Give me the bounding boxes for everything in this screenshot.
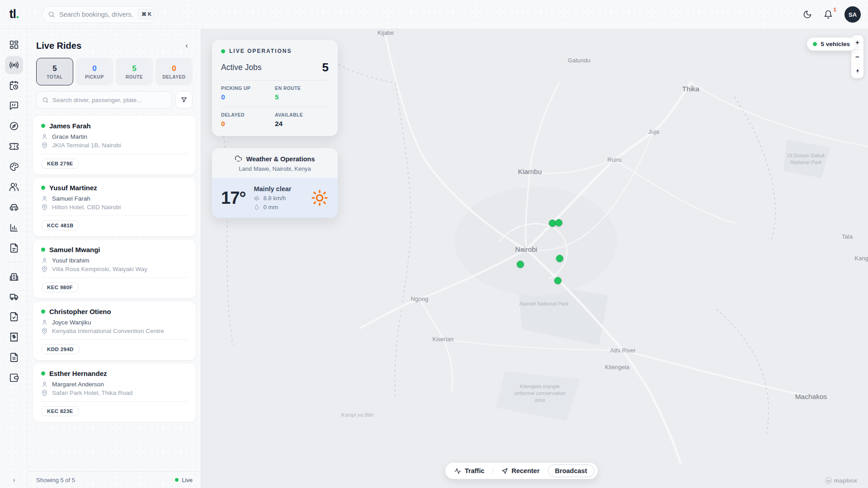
sidebar-item-invoices[interactable] — [5, 328, 23, 346]
sidebar-item-logistics[interactable] — [5, 287, 23, 305]
panel-collapse-button[interactable]: ‹ — [181, 40, 193, 52]
sidebar-item-explore[interactable] — [5, 117, 23, 135]
ride-location: Safari Park Hotel, Thika Road — [52, 389, 132, 396]
ops-stat-value: 24 — [275, 120, 329, 128]
sidebar-item-analytics[interactable] — [5, 219, 23, 237]
sidebar-item-reports[interactable] — [5, 239, 23, 257]
live-dot-icon — [175, 478, 179, 482]
page-title: Live Rides — [36, 41, 81, 51]
live-rides-panel: Live Rides ‹ 5 TOTAL 0 PICKUP 5 ROUTE 0 … — [28, 29, 201, 488]
card-divider — [41, 154, 188, 154]
logo-text: tl — [9, 7, 16, 21]
search-icon — [48, 11, 55, 18]
ops-stat-label: EN ROUTE — [275, 85, 329, 91]
filter-icon — [180, 96, 188, 103]
sidebar-item-payments[interactable] — [5, 369, 23, 387]
wallet-icon — [9, 373, 19, 383]
stat-value: 5 — [52, 64, 57, 73]
ride-search[interactable] — [36, 91, 172, 108]
weather-card: Weather & Operations Land Mawe, Nairobi,… — [212, 148, 338, 218]
map-pin-icon — [41, 266, 48, 272]
live-ops-title: LIVE OPERATIONS — [229, 48, 292, 54]
ops-stat-label: AVAILABLE — [275, 112, 329, 117]
map-pin-icon — [41, 204, 48, 211]
map-pin-icon — [41, 389, 48, 396]
ride-card[interactable]: Esther HernandezMargaret AndersonSafari … — [33, 363, 196, 422]
ride-card[interactable]: Samuel MwangiYusuf IbrahimVilla Rosa Kem… — [33, 239, 196, 299]
person-icon — [41, 133, 48, 140]
ride-list: James FarahGrace MartinJKIA Terminal 1B,… — [28, 108, 201, 422]
sidebar-item-live-rides[interactable] — [5, 56, 23, 74]
sidebar-item-documents[interactable] — [5, 348, 23, 366]
vehicle-marker[interactable] — [554, 277, 561, 284]
vehicle-marker[interactable] — [555, 219, 562, 226]
vehicle-marker[interactable] — [556, 255, 563, 262]
map-canvas[interactable]: KijabeGatunduThikaJujaRuiruKiambuOl Dony… — [201, 29, 868, 488]
stat-tab-route[interactable]: 5 ROUTE — [116, 58, 153, 85]
sidebar-item-messages[interactable] — [5, 97, 23, 115]
sidebar-item-hotels[interactable] — [5, 267, 23, 285]
ride-card[interactable]: Yusuf MartinezSamuel FarahHilton Hotel, … — [33, 177, 196, 237]
stat-label: PICKUP — [85, 75, 104, 80]
palette-icon — [9, 162, 19, 172]
ride-card[interactable]: Christopher OtienoJoyce WanjikuKenyatta … — [33, 301, 196, 361]
topbar-actions: 1 SA — [803, 0, 861, 29]
live-status-badge: Live — [175, 477, 193, 483]
droplet-icon — [254, 204, 260, 211]
rail-expand-button[interactable]: › — [0, 476, 28, 483]
global-search[interactable]: ⌘ K — [42, 6, 158, 23]
ride-search-input[interactable] — [52, 97, 166, 103]
stat-value: 5 — [132, 64, 136, 73]
global-search-input[interactable] — [59, 11, 134, 18]
ride-location: Hilton Hotel, CBD Nairobi — [52, 204, 121, 211]
ops-stat-picking-up: PICKING UP 0 — [221, 80, 275, 107]
vehicle-marker[interactable] — [517, 261, 524, 268]
activity-icon — [454, 468, 461, 474]
bar-chart-icon — [9, 223, 19, 233]
sidebar-item-customers[interactable] — [5, 178, 23, 196]
sidebar-item-tickets[interactable] — [5, 137, 23, 155]
broadcast-button[interactable]: Broadcast — [548, 465, 594, 477]
ride-location: Kenyatta International Convention Centre — [52, 328, 164, 334]
weather-location: Land Mawe, Nairobi, Kenya — [219, 165, 330, 172]
traffic-button[interactable]: Traffic — [448, 465, 491, 477]
file-lines-icon — [9, 352, 19, 362]
recenter-label: Recenter — [512, 467, 540, 474]
sidebar-item-appearance[interactable] — [5, 158, 23, 176]
passenger-name: Joyce Wanjiku — [52, 319, 91, 326]
recenter-button[interactable]: Recenter — [495, 465, 546, 477]
stat-tab-total[interactable]: 5 TOTAL — [36, 58, 73, 85]
stat-tab-pickup[interactable]: 0 PICKUP — [76, 58, 113, 85]
dark-mode-toggle[interactable] — [803, 10, 812, 19]
app-logo[interactable]: tl. — [0, 7, 28, 21]
search-shortcut-badge: ⌘ K — [138, 9, 155, 19]
notifications-button[interactable]: 1 — [824, 10, 833, 19]
compass-button[interactable] — [851, 64, 863, 78]
wind-icon — [254, 195, 260, 202]
navigation-icon — [501, 468, 508, 474]
ops-stat-value: 5 — [275, 93, 329, 101]
ride-card[interactable]: James FarahGrace MartinJKIA Terminal 1B,… — [33, 115, 196, 175]
sidebar-item-schedule[interactable] — [5, 76, 23, 94]
plate-badge: KEB 279E — [41, 159, 79, 169]
ops-stat-delayed: DELAYED 0 — [221, 107, 275, 133]
vehicles-count-badge[interactable]: 5 vehicles — [807, 38, 856, 51]
passenger-name: Grace Martin — [52, 133, 87, 140]
vehicles-dot-icon — [813, 42, 817, 46]
card-divider — [41, 216, 188, 216]
filter-button[interactable] — [175, 91, 193, 108]
ops-stat-available: AVAILABLE 24 — [275, 107, 329, 133]
zoom-out-button[interactable]: − — [851, 50, 863, 64]
search-icon — [42, 97, 49, 103]
sidebar-item-tasks[interactable] — [5, 308, 23, 326]
sidebar-item-dashboard[interactable] — [5, 36, 23, 54]
weather-condition: Mainly clear — [254, 185, 302, 192]
person-icon — [41, 381, 48, 388]
avatar[interactable]: SA — [844, 6, 861, 23]
ride-status-dot — [41, 186, 45, 190]
ride-status-dot — [41, 310, 45, 314]
active-jobs-value: 5 — [322, 61, 329, 75]
sidebar-item-vehicles[interactable] — [5, 198, 23, 216]
stat-tab-delayed[interactable]: 0 DELAYED — [156, 58, 193, 85]
active-jobs-label: Active Jobs — [221, 63, 261, 72]
